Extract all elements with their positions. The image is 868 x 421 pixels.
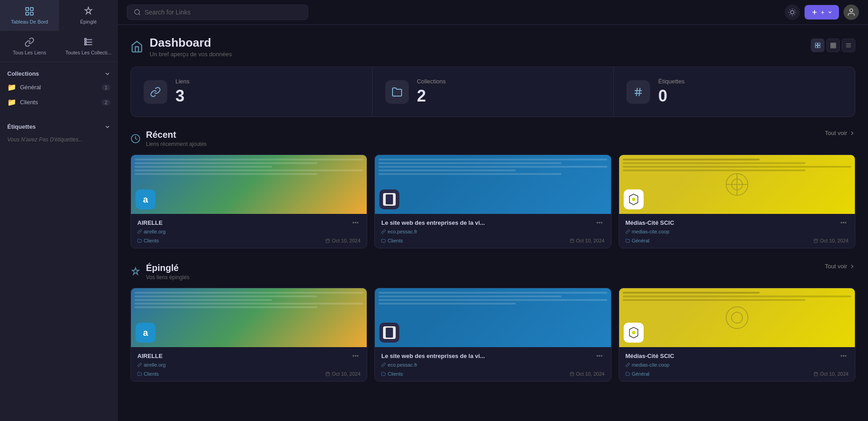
calendar-medias-pin-icon (814, 372, 818, 376)
folder-airelle-pin-icon (137, 372, 142, 376)
svg-point-57 (726, 307, 748, 329)
recent-tout-voir-label: Tout voir (825, 130, 847, 136)
svg-rect-3 (30, 12, 33, 15)
sidebar-item-toutes-collections[interactable]: Toutes Les Collecti... (59, 31, 118, 62)
add-button-label: + (821, 9, 824, 16)
stat-collections-icon-circle (385, 80, 409, 104)
search-bar[interactable] (127, 5, 308, 20)
svg-rect-4 (85, 39, 87, 40)
card-airelle-pin-title: AIRELLE (137, 353, 350, 359)
user-avatar-button[interactable] (844, 5, 859, 20)
view-toggle-large-grid[interactable] (811, 39, 824, 52)
sidebar-item-tous-les-liens[interactable]: Tous Les Liens (0, 31, 59, 62)
sidebar-item-epingle[interactable]: Épinglé (59, 0, 118, 31)
sidebar-item-tableau-de-bord[interactable]: Tableau De Bord (0, 0, 59, 31)
sidebar-item-clients[interactable]: 📁 Clients 2 (0, 95, 118, 110)
svg-rect-10 (815, 43, 818, 45)
epingle-cards-grid: a AIRELLE ••• airelle.org (131, 288, 855, 382)
epingle-tout-voir-button[interactable]: Tout voir (825, 263, 855, 270)
link-pessac-icon (381, 229, 386, 234)
pin-icon (131, 267, 141, 277)
chevron-right-icon (849, 130, 855, 136)
sidebar-top-nav: Tableau De Bord Épinglé Tous Les Liens T… (0, 0, 118, 62)
svg-rect-11 (818, 43, 820, 45)
chevron-down-icon-etiquettes (104, 124, 111, 130)
card-pessac-pin-title: Le site web des entreprises de la vi... (381, 353, 594, 359)
epingle-title-area: Épinglé Vos liens épinglés (131, 263, 189, 281)
card-pessac-pin-menu-button[interactable]: ••• (595, 352, 605, 360)
large-grid-icon (815, 42, 821, 48)
card-pessac-pin[interactable]: Le site web des entreprises de la vi... … (374, 288, 611, 382)
recent-section-title: Récent (146, 130, 207, 140)
collections-section-header[interactable]: Collections (0, 68, 118, 80)
pessac-favicon (379, 189, 399, 209)
sidebar-item-general[interactable]: 📁 Général 1 (0, 80, 118, 95)
folder-icon (392, 87, 402, 97)
epingle-section-header: Épinglé Vos liens épinglés Tout voir (131, 263, 855, 281)
card-medias-pin-title: Médias-Cité SCIC (626, 353, 839, 359)
etiquettes-section-header[interactable]: Étiquettes (0, 121, 118, 133)
card-pessac-thumbnail (375, 155, 611, 214)
card-airelle-menu-button[interactable]: ••• (350, 218, 360, 227)
svg-rect-1 (30, 8, 33, 10)
card-pessac-menu-button[interactable]: ••• (595, 218, 605, 227)
chevron-right-epingle-icon (849, 263, 855, 270)
add-button[interactable]: + (805, 5, 839, 19)
svg-rect-5 (85, 41, 87, 43)
chevron-down-icon (104, 71, 111, 77)
card-medias-pin[interactable]: Médias-Cité SCIC ••• medias-cite.coop (619, 288, 855, 382)
svg-rect-20 (831, 47, 832, 48)
stat-liens-value: 3 (175, 87, 189, 106)
main-content: + Dashboard (118, 0, 868, 421)
stats-card: Liens 3 Collections 2 (131, 67, 855, 117)
folder-medias-pin-icon (626, 372, 630, 376)
airelle-favicon: a (136, 189, 155, 209)
medias-decor-icon (719, 166, 755, 203)
card-pessac[interactable]: Le site web des entreprises de la vi... … (374, 155, 611, 248)
etiquettes-section-label: Étiquettes (7, 123, 36, 130)
view-toggle-list[interactable] (842, 39, 855, 52)
chevron-down-add-icon (827, 10, 833, 15)
folder-icon-general: 📁 (7, 83, 16, 92)
epingle-section-title: Épinglé (146, 263, 189, 273)
card-airelle[interactable]: a AIRELLE ••• airelle.org (131, 155, 367, 248)
card-airelle-pin[interactable]: a AIRELLE ••• airelle.org (131, 288, 367, 382)
card-medias-menu-button[interactable]: ••• (839, 218, 849, 227)
sidebar-item-epingle-label: Épinglé (80, 19, 97, 24)
card-airelle-pin-menu-button[interactable]: ••• (350, 352, 360, 360)
view-toggle-small-grid[interactable] (826, 39, 840, 52)
hash-icon (633, 87, 644, 97)
stat-etiquettes: Étiquettes 0 (613, 67, 855, 116)
card-airelle-url: airelle.org (137, 229, 360, 234)
link-pessac-pin-icon (381, 363, 386, 367)
sidebar-item-tous-les-liens-label: Tous Les Liens (13, 50, 46, 55)
medias-pin-decor-icon (719, 300, 755, 336)
recent-tout-voir-button[interactable]: Tout voir (825, 130, 855, 136)
calendar-icon (325, 238, 330, 243)
svg-rect-35 (570, 239, 574, 243)
search-input[interactable] (145, 9, 301, 16)
link-small-icon (137, 229, 142, 234)
collections-section-label: Collections (7, 70, 39, 77)
etiquettes-section: Étiquettes Vous N'avez Pas D'étiquettes.… (0, 115, 118, 152)
card-medias-pin-url: medias-cite.coop (626, 362, 849, 368)
card-medias-url: medias-cite.coop (626, 229, 849, 234)
svg-line-28 (636, 88, 637, 96)
svg-point-9 (850, 9, 853, 12)
svg-point-44 (632, 198, 635, 201)
stat-liens-label: Liens (175, 78, 189, 85)
svg-rect-49 (326, 373, 330, 376)
card-medias-pin-menu-button[interactable]: ••• (839, 352, 849, 360)
dashboard-title: Dashboard (150, 36, 232, 50)
folder-small-icon (137, 238, 142, 243)
calendar-pessac-icon (570, 238, 574, 243)
card-airelle-pin-url: airelle.org (137, 362, 360, 368)
content-area: Dashboard Un bref aperçu de vos données (118, 25, 868, 421)
card-medias-cite[interactable]: Médias-Cité SCIC ••• medias-cite.coop (619, 155, 855, 248)
svg-rect-18 (833, 45, 834, 46)
list-view-icon (845, 42, 852, 48)
medias-favicon (624, 189, 644, 209)
theme-toggle-button[interactable] (785, 5, 800, 20)
stat-liens-icon-circle (144, 80, 167, 104)
topbar: + (118, 0, 868, 25)
